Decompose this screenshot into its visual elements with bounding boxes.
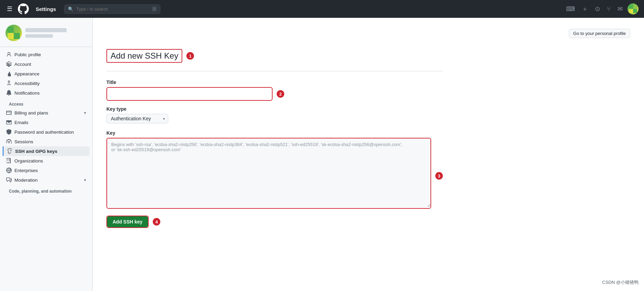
title-label: Title: [106, 80, 443, 85]
sidebar-handle-blur: [25, 34, 53, 38]
pr-icon: ⑂: [607, 5, 611, 13]
paintbrush-icon: [6, 71, 12, 76]
sidebar-item-label: Moderation: [14, 178, 38, 183]
github-logo: [18, 3, 29, 14]
sidebar-item-appearance[interactable]: Appearance: [3, 69, 90, 78]
keytype-field: Key type Authentication Key Signing Key …: [106, 106, 443, 123]
page-title-box: Add new SSH Key: [106, 49, 182, 63]
svg-rect-2: [633, 5, 637, 9]
add-btn-wrap: Add SSH key: [106, 216, 149, 228]
key-icon: [7, 148, 12, 154]
sidebar-item-organizations[interactable]: Organizations: [3, 156, 90, 166]
sidebar-item-billing[interactable]: Billing and plans ▾: [3, 108, 90, 118]
broadcast-icon: [6, 139, 12, 144]
sidebar-section-code: Code, planning, and automation: [3, 185, 90, 195]
sidebar-item-sessions[interactable]: Sessions: [3, 137, 90, 146]
sidebar-item-label: Appearance: [14, 71, 39, 76]
keytype-select[interactable]: Authentication Key Signing Key: [106, 114, 168, 123]
mail-icon: [6, 120, 12, 125]
terminal-icon: ⌨: [566, 5, 575, 13]
svg-rect-3: [629, 9, 633, 13]
issues-button[interactable]: ⊙: [593, 3, 602, 15]
search-input[interactable]: [76, 7, 149, 12]
main-content: Go to your personal profile Add new SSH …: [93, 18, 644, 291]
form-section: Add new SSH Key 1 Title 2 Key type: [106, 49, 443, 228]
sidebar-item-label: Accessibility: [14, 81, 40, 86]
sidebar-avatar-icon: [8, 27, 20, 39]
add-button[interactable]: ＋: [580, 3, 590, 15]
sidebar-item-public-profile[interactable]: Public profile: [3, 50, 90, 59]
add-ssh-key-button[interactable]: Add SSH key: [107, 216, 148, 227]
topnav: ☰ Settings 🔍 / ⌨ ＋ ⊙ ⑂ ✉: [0, 0, 644, 18]
step-badge-4: 4: [153, 218, 160, 226]
sidebar-nav: Public profile Account Appearance Access…: [0, 50, 92, 195]
sidebar-item-label: Password and authentication: [14, 130, 74, 135]
person-icon: [6, 52, 12, 57]
step-badge-3: 3: [435, 172, 443, 180]
shield-icon: [6, 129, 12, 135]
sidebar-username-blur: [25, 28, 67, 32]
sidebar-item-label: Account: [14, 62, 31, 67]
svg-rect-6: [14, 27, 20, 33]
hamburger-button[interactable]: ☰: [5, 4, 14, 14]
svg-rect-7: [8, 33, 14, 39]
title-input[interactable]: [107, 88, 272, 100]
key-textarea[interactable]: [107, 138, 430, 207]
circle-icon: ⊙: [595, 5, 600, 13]
sidebar: Public profile Account Appearance Access…: [0, 18, 93, 291]
gear-icon: [6, 61, 12, 67]
comment-icon: [6, 177, 12, 183]
svg-rect-0: [629, 5, 633, 9]
bell-icon: [6, 90, 12, 96]
profile-header: Go to your personal profile: [106, 29, 630, 38]
sidebar-item-label: Enterprises: [14, 168, 38, 173]
sidebar-profile: [0, 25, 92, 47]
sidebar-item-label: Notifications: [14, 90, 40, 96]
sidebar-item-accessibility[interactable]: Accessibility: [3, 78, 90, 88]
page-title-row: Add new SSH Key 1: [106, 49, 443, 63]
svg-rect-5: [14, 33, 20, 39]
svg-rect-1: [633, 9, 637, 13]
key-label: Key: [106, 130, 443, 136]
key-section: Key 3: [106, 130, 443, 209]
svg-rect-4: [8, 27, 14, 33]
add-btn-row: Add SSH key 4: [106, 216, 443, 228]
personal-profile-button[interactable]: Go to your personal profile: [569, 29, 630, 38]
step-badge-2: 2: [277, 90, 284, 98]
github-logo-icon: [18, 3, 29, 14]
chevron-down-icon: ▾: [84, 111, 86, 115]
step-badge-1: 1: [186, 52, 194, 60]
sidebar-item-label: Organizations: [14, 158, 43, 163]
sidebar-item-password[interactable]: Password and authentication: [3, 127, 90, 137]
inbox-button[interactable]: ✉: [616, 3, 625, 15]
avatar-icon: [629, 5, 637, 13]
sidebar-item-emails[interactable]: Emails: [3, 118, 90, 127]
sidebar-item-enterprises[interactable]: Enterprises: [3, 166, 90, 175]
search-icon: 🔍: [68, 7, 73, 12]
sidebar-item-label: SSH and GPG keys: [15, 149, 57, 154]
sidebar-avatar: [5, 25, 22, 41]
user-avatar[interactable]: [628, 3, 639, 14]
sidebar-item-label: Emails: [14, 120, 28, 125]
page-title: Add new SSH Key: [111, 51, 178, 61]
topnav-title: Settings: [36, 6, 56, 12]
keytype-select-wrap: Authentication Key Signing Key ▾: [106, 114, 168, 123]
globe-icon: [6, 168, 12, 173]
credit-card-icon: [6, 110, 12, 116]
sidebar-item-notifications[interactable]: Notifications: [3, 88, 90, 98]
sidebar-item-moderation[interactable]: Moderation ▾: [3, 175, 90, 185]
sidebar-item-ssh-gpg-keys[interactable]: SSH and GPG keys: [3, 146, 90, 156]
sidebar-item-label: Public profile: [14, 52, 41, 57]
accessibility-icon: [6, 81, 12, 86]
title-divider: [106, 71, 443, 71]
sidebar-item-account[interactable]: Account: [3, 59, 90, 69]
search-bar[interactable]: 🔍 /: [64, 4, 160, 14]
watermark: CSDN @小猪猪鸭: [602, 279, 639, 286]
sidebar-section-access: Access: [3, 98, 90, 108]
pullrequests-button[interactable]: ⑂: [605, 3, 613, 15]
org-icon: [6, 158, 12, 163]
terminal-button[interactable]: ⌨: [564, 3, 577, 15]
keytype-label: Key type: [106, 106, 443, 112]
inbox-icon: ✉: [618, 5, 623, 13]
chevron-down-icon-moderation: ▾: [84, 178, 86, 182]
